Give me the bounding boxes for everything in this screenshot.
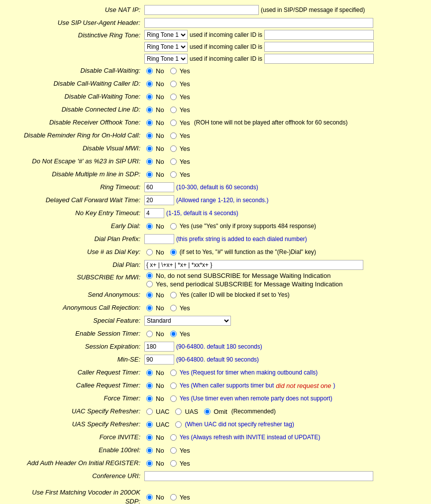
fi-yes-radio[interactable] xyxy=(170,434,177,441)
ceet-no-label: No xyxy=(156,382,164,389)
no-key-entry-timeout-hint: (1-15, default is 4 seconds) xyxy=(166,210,238,217)
special-feature-select[interactable]: Standard BROADSOFT NORTEL VODAVI CALL-WA… xyxy=(144,316,231,326)
callee-request-timer-label: Callee Request Timer: xyxy=(0,381,144,390)
disable-reminder-ring-label: Disable Reminder Ring for On-Hold Call: xyxy=(0,131,144,140)
delayed-call-forward-input[interactable] xyxy=(144,195,174,205)
ufmv-yes-radio[interactable] xyxy=(170,494,177,501)
ring-timeout-label: Ring Timeout: xyxy=(0,183,144,192)
crt-yes-radio[interactable] xyxy=(170,370,177,376)
use-hash-yes-radio[interactable] xyxy=(170,249,177,255)
use-sip-user-agent-label: Use SIP User-Agent Header: xyxy=(0,18,144,27)
uacsr-hint: (Recommended) xyxy=(231,408,276,415)
est-no-radio[interactable] xyxy=(146,331,153,337)
dcwt-no-radio[interactable] xyxy=(146,94,153,100)
ceet-no-radio[interactable] xyxy=(146,382,153,389)
ring-tone-callerid-3[interactable] xyxy=(264,54,374,64)
dneh-no-radio[interactable] xyxy=(146,158,153,165)
send-anonymous-yes-radio[interactable] xyxy=(170,292,177,298)
uac-specify-refresher-label: UAC Specify Refresher: xyxy=(0,407,144,416)
subscribe-mwi-no-radio[interactable] xyxy=(146,272,153,279)
disable-call-waiting-yes-label: Yes xyxy=(180,67,190,75)
use-sip-user-agent-input[interactable] xyxy=(144,18,373,28)
ft-no-radio[interactable] xyxy=(146,395,153,402)
uacsr-uac-radio[interactable] xyxy=(146,408,153,415)
acr-yes-radio[interactable] xyxy=(170,305,177,311)
uassr-uac-radio[interactable] xyxy=(146,421,153,428)
uassr-hint: (When UAC did not specify refresher tag) xyxy=(185,421,294,428)
disable-call-waiting-no-radio[interactable] xyxy=(146,68,153,74)
caller-request-timer-label: Caller Request Timer: xyxy=(0,368,144,377)
est-yes-radio[interactable] xyxy=(170,331,177,337)
droh-yes-radio[interactable] xyxy=(170,120,177,126)
e100rel-yes-radio[interactable] xyxy=(170,447,177,454)
uacsr-omit-radio[interactable] xyxy=(204,408,211,415)
conference-uri-label: Conference URI: xyxy=(0,472,144,481)
early-dial-yes-radio[interactable] xyxy=(170,223,177,230)
no-key-entry-timeout-input[interactable] xyxy=(144,208,164,218)
early-dial-no-radio[interactable] xyxy=(146,223,153,230)
droh-no-radio[interactable] xyxy=(146,120,153,126)
drroh-yes-radio[interactable] xyxy=(170,132,177,139)
ring-tone-callerid-1[interactable] xyxy=(264,30,374,40)
uas-specify-refresher-label: UAS Specify Refresher: xyxy=(0,420,144,429)
ring-timeout-input[interactable] xyxy=(144,182,174,192)
dvmwi-yes-radio[interactable] xyxy=(170,145,177,152)
min-se-input[interactable] xyxy=(144,355,174,365)
disable-multiple-m-line-label: Disable Multiple m line in SDP: xyxy=(0,170,144,179)
ring-tone-hint-3: used if incoming caller ID is xyxy=(190,55,262,62)
dcwcid-yes-radio[interactable] xyxy=(170,81,177,87)
force-invite-label: Force INVITE: xyxy=(0,433,144,442)
disable-call-waiting-yes-radio[interactable] xyxy=(170,68,177,74)
session-expiration-hint: (90-64800. default 180 seconds) xyxy=(176,343,262,350)
enable-session-timer-label: Enable Session Timer: xyxy=(0,329,144,338)
fi-no-radio[interactable] xyxy=(146,434,153,441)
uassr-uas-radio[interactable] xyxy=(175,421,182,428)
dial-plan-prefix-input[interactable] xyxy=(144,234,174,244)
fi-hint: Yes (Always refresh with INVITE instead … xyxy=(180,434,321,441)
crt-no-radio[interactable] xyxy=(146,370,153,376)
dneh-yes-radio[interactable] xyxy=(170,158,177,165)
aah-yes-radio[interactable] xyxy=(170,460,177,467)
send-anonymous-label: Send Anonymous: xyxy=(0,290,144,299)
dcwcid-no-radio[interactable] xyxy=(146,81,153,87)
use-hash-no-radio[interactable] xyxy=(146,249,153,255)
ring-tone-select-1[interactable]: Ring Tone 1Ring Tone 2Ring Tone 3Ring To… xyxy=(144,30,188,40)
min-se-label: Min-SE: xyxy=(0,355,144,364)
ring-tone-select-2[interactable]: Ring Tone 1Ring Tone 2Ring Tone 3Ring To… xyxy=(144,42,188,52)
crt-hint: Yes (Request for timer when making outbo… xyxy=(180,369,318,376)
ceet-yes-radio[interactable] xyxy=(170,382,177,389)
crt-no-label: No xyxy=(156,369,164,377)
dcwt-no-label: No xyxy=(156,93,164,101)
ft-yes-radio[interactable] xyxy=(170,395,177,402)
dcwt-yes-radio[interactable] xyxy=(170,94,177,100)
ufmv-no-radio[interactable] xyxy=(146,494,153,501)
dclid-no-radio[interactable] xyxy=(146,107,153,113)
dmml-yes-radio[interactable] xyxy=(170,171,177,178)
early-dial-no-label: No xyxy=(156,223,164,230)
disable-call-waiting-no-label: No xyxy=(156,67,164,75)
dial-plan-input[interactable] xyxy=(144,260,363,270)
dclid-yes-radio[interactable] xyxy=(170,107,177,113)
delayed-call-forward-label: Delayed Call Forward Wait Time: xyxy=(0,196,144,205)
ring-tone-callerid-2[interactable] xyxy=(264,42,374,52)
use-hash-as-dial-key-label: Use # as Dial Key: xyxy=(0,248,144,256)
use-nat-ip-input[interactable] xyxy=(144,5,259,15)
uacsr-uas-radio[interactable] xyxy=(175,408,182,415)
e100rel-no-radio[interactable] xyxy=(146,447,153,454)
subscribe-mwi-yes-label: Yes, send periodical SUBSCRIBE for Messa… xyxy=(156,280,343,288)
dvmwi-no-radio[interactable] xyxy=(146,145,153,152)
drroh-no-radio[interactable] xyxy=(146,132,153,139)
conference-uri-input[interactable] xyxy=(144,471,373,481)
droh-hint: (ROH tone will not be played after offho… xyxy=(194,119,348,126)
dial-plan-label: Dial Plan: xyxy=(0,260,144,269)
ring-tone-select-3[interactable]: Ring Tone 1Ring Tone 2Ring Tone 3Ring To… xyxy=(144,54,188,64)
aah-no-radio[interactable] xyxy=(146,460,153,467)
send-anonymous-no-radio[interactable] xyxy=(146,292,153,298)
dmml-no-radio[interactable] xyxy=(146,171,153,178)
subscribe-mwi-yes-radio[interactable] xyxy=(146,281,153,287)
ring-tone-hint-2: used if incoming caller ID is xyxy=(190,43,262,50)
acr-no-radio[interactable] xyxy=(146,305,153,311)
uacsr-uas-label: UAS xyxy=(185,408,198,415)
session-expiration-input[interactable] xyxy=(144,342,174,352)
ufmv-yes-label: Yes xyxy=(180,494,190,501)
